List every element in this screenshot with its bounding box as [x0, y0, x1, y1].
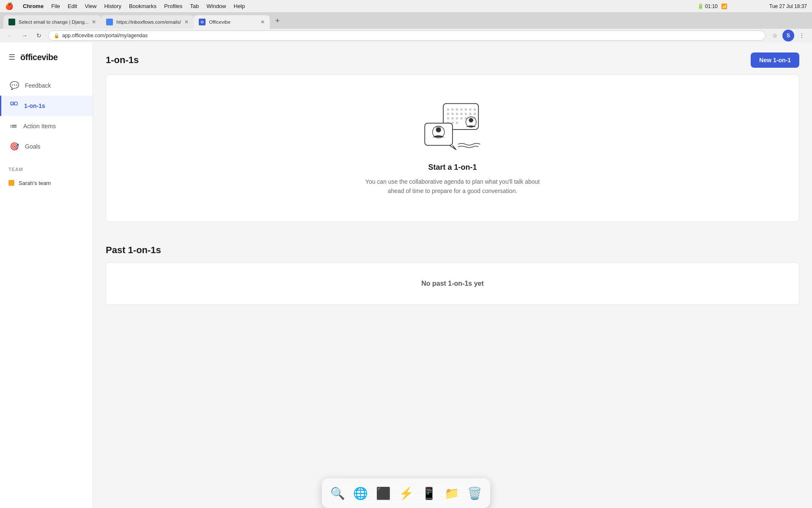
clock: Tue 27 Jul 18:37	[769, 3, 807, 9]
svg-rect-7	[460, 108, 462, 110]
svg-rect-5	[451, 108, 453, 110]
tab-title-3: Officevibe	[209, 19, 257, 25]
dock-chrome[interactable]: 🌐	[350, 483, 370, 503]
wifi-icon: 📶	[721, 3, 727, 9]
svg-rect-21	[460, 117, 462, 119]
sidebar-label-action-items: Action Items	[23, 123, 56, 130]
tab-favicon-1	[8, 19, 15, 25]
nav-right-icons: ☆ S ⋮	[770, 30, 807, 41]
1on1s-empty-state: Start a 1-on-1 You can use the collabora…	[106, 75, 799, 221]
lock-icon: 🔒	[54, 33, 60, 39]
sidebar-label-feedback: Feedback	[25, 82, 51, 89]
section-header-1on1s: 1-on-1s New 1-on-1	[106, 42, 799, 75]
view-menu[interactable]: View	[85, 3, 96, 9]
svg-point-32	[436, 127, 441, 133]
history-menu[interactable]: History	[104, 3, 121, 9]
1on1s-empty-title: Start a 1-on-1	[428, 163, 477, 172]
edit-menu[interactable]: Edit	[68, 3, 77, 9]
section-header-past: Past 1-on-1s	[106, 235, 799, 262]
section-title-1on1s: 1-on-1s	[106, 55, 139, 66]
section-past-1on1s: Past 1-on-1s No past 1-on-1s yet	[106, 235, 799, 305]
mac-dock: 🔍 🌐 ⬛ ⚡ 📱 📁 🗑️	[322, 478, 490, 508]
new-tab-button[interactable]: +	[272, 15, 283, 27]
svg-rect-4	[447, 108, 449, 110]
help-menu[interactable]: Help	[234, 3, 245, 9]
dock-finder[interactable]: 🔍	[327, 483, 348, 503]
team-dot	[8, 180, 14, 186]
back-button[interactable]: ←	[5, 30, 15, 41]
profiles-menu[interactable]: Profiles	[164, 3, 182, 9]
app-name-menu[interactable]: Chrome	[23, 3, 44, 9]
apple-menu[interactable]: 🍎	[5, 2, 14, 10]
1on1s-illustration	[423, 100, 482, 151]
past-1on1s-card: No past 1-on-1s yet	[106, 262, 799, 305]
svg-rect-26	[451, 121, 453, 124]
dock-phone[interactable]: 📱	[419, 483, 439, 503]
officevibe-logo: öfficevibe	[20, 52, 58, 62]
sidebar-label-1on1s: 1-on-1s	[24, 102, 45, 109]
team-label: Sarah's team	[19, 180, 51, 186]
svg-text:1:1: 1:1	[11, 102, 15, 105]
battery-icon: 🔋 01:10	[697, 3, 718, 9]
dock-terminal[interactable]: ⬛	[373, 483, 393, 503]
goals-icon: 🎯	[10, 142, 19, 151]
svg-point-29	[469, 118, 474, 123]
team-section-label: TEAM	[0, 160, 93, 174]
svg-rect-19	[451, 117, 453, 119]
1on1s-icon: 1:1	[10, 101, 18, 111]
sidebar-header: ☰ öfficevibe	[0, 42, 93, 72]
sidebar-label-goals: Goals	[25, 143, 41, 150]
nav-bar: ← → ↻ 🔒 app.officevibe.com/portal/my/age…	[0, 29, 812, 42]
sidebar-item-1on1s[interactable]: 1:1 1-on-1s	[0, 96, 93, 116]
refresh-button[interactable]: ↻	[34, 30, 44, 41]
sidebar-toggle-icon[interactable]: ☰	[8, 52, 15, 62]
tab-bar: Select email to change | Djang... ✕ http…	[0, 13, 812, 29]
svg-rect-18	[447, 117, 449, 119]
section-title-past: Past 1-on-1s	[106, 245, 161, 256]
tab-close-1[interactable]: ✕	[92, 19, 96, 25]
main-content: 1-on-1s New 1-on-1	[93, 42, 812, 508]
sidebar-item-goals[interactable]: 🎯 Goals	[0, 136, 93, 157]
browser-tab-2[interactable]: https://inboxflows.com/emails/ ✕	[101, 15, 194, 29]
tab-close-3[interactable]: ✕	[261, 19, 265, 25]
svg-rect-11	[447, 113, 449, 115]
dock-files[interactable]: 📁	[442, 483, 462, 503]
tab-menu[interactable]: Tab	[190, 3, 199, 9]
sidebar-item-action-items[interactable]: ≔ Action Items	[0, 116, 93, 136]
browser-tab-1[interactable]: Select email to change | Djang... ✕	[3, 15, 101, 29]
url-text: app.officevibe.com/portal/my/agendas	[62, 33, 760, 39]
svg-rect-13	[456, 113, 458, 115]
browser-chrome: Select email to change | Djang... ✕ http…	[0, 13, 812, 42]
svg-rect-9	[469, 108, 471, 110]
tab-title-2: https://inboxflows.com/emails/	[116, 19, 181, 25]
bookmarks-menu[interactable]: Bookmarks	[129, 3, 156, 9]
window-menu[interactable]: Window	[206, 3, 226, 9]
status-icons: 🔋 01:10 📶	[697, 3, 727, 9]
dock-zap[interactable]: ⚡	[396, 483, 416, 503]
tab-close-2[interactable]: ✕	[184, 19, 189, 25]
browser-tab-3[interactable]: O Officevibe ✕	[194, 15, 270, 29]
svg-rect-15	[465, 113, 467, 115]
svg-rect-10	[474, 108, 476, 110]
tab-title-1: Select email to change | Djang...	[19, 19, 88, 25]
svg-rect-16	[469, 113, 471, 115]
content-inner: 1-on-1s New 1-on-1	[93, 42, 812, 330]
team-item-sarahs-team[interactable]: Sarah's team	[0, 174, 93, 191]
address-bar[interactable]: 🔒 app.officevibe.com/portal/my/agendas	[48, 30, 765, 41]
sidebar-item-feedback[interactable]: 💬 Feedback	[0, 75, 93, 96]
1on1s-empty-desc: You can use the collaborative agenda to …	[364, 177, 541, 196]
more-icon[interactable]: ⋮	[797, 30, 807, 41]
tab-favicon-2	[106, 19, 113, 25]
user-avatar[interactable]: S	[782, 30, 794, 41]
tab-favicon-3: O	[199, 19, 206, 25]
new-1on1-button[interactable]: New 1-on-1	[751, 52, 799, 68]
forward-button[interactable]: →	[19, 30, 30, 41]
1on1s-card: Start a 1-on-1 You can use the collabora…	[106, 75, 799, 222]
svg-rect-12	[451, 113, 453, 115]
svg-rect-8	[465, 108, 467, 110]
app-container: ☰ öfficevibe 💬 Feedback 1:1 1-on-1s ≔	[0, 42, 812, 508]
bookmark-icon[interactable]: ☆	[770, 30, 780, 41]
file-menu[interactable]: File	[51, 3, 60, 9]
dock-trash[interactable]: 🗑️	[464, 483, 485, 503]
svg-rect-6	[456, 108, 458, 110]
